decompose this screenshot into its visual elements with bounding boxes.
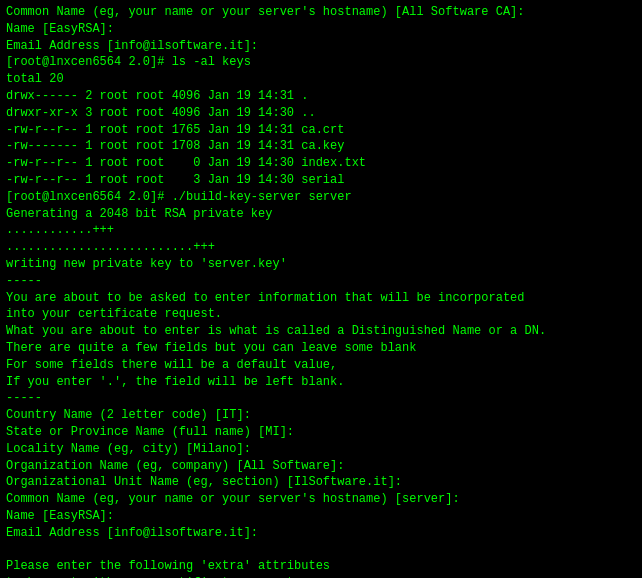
terminal-window: Common Name (eg, your name or your serve… <box>0 0 642 578</box>
terminal-output: Common Name (eg, your name or your serve… <box>6 4 636 578</box>
